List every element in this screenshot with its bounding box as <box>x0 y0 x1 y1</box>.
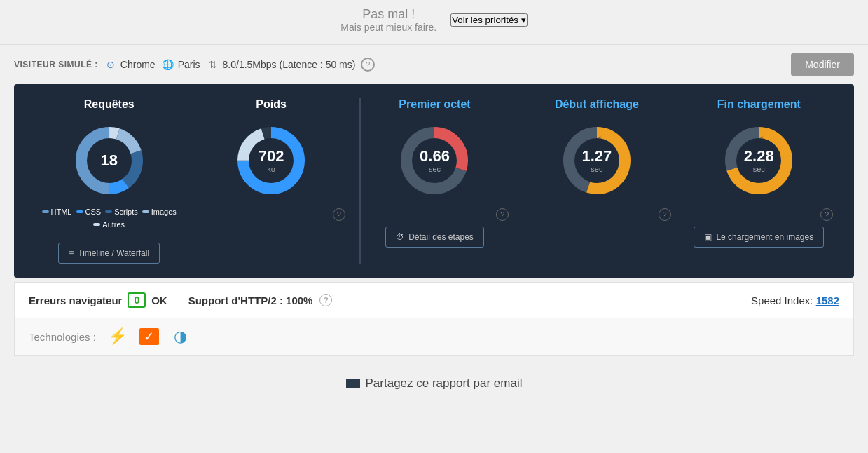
browser-name: Chrome <box>120 59 156 70</box>
visitor-bar: VISITEUR SIMULÉ : ⊙ Chrome 🌐 Paris ⇅ 8.0… <box>0 44 868 84</box>
poids-value: 702 <box>259 148 284 165</box>
main-panel: Requêtes 18 <box>14 84 854 278</box>
error-section: Erreurs navigateur 0 OK <box>29 292 167 308</box>
legend-images-label: Images <box>151 208 177 216</box>
legend-images: Images <box>142 208 177 216</box>
fin-chargement-help-icon[interactable]: ? <box>820 208 833 221</box>
debut-affichage-help-icon[interactable]: ? <box>659 208 671 221</box>
timeline-waterfall-button[interactable]: ≡ Timeline / Waterfall <box>58 243 160 264</box>
speed-icon: ⇅ <box>206 58 220 72</box>
poids-help-icon[interactable]: ? <box>333 208 345 221</box>
globe-icon: 🌐 <box>161 58 175 72</box>
poids-value-label: 702 ko <box>259 148 284 173</box>
legend-css-label: CSS <box>85 208 102 216</box>
fin-chargement-value: 2.28 <box>744 148 774 165</box>
location-item: 🌐 Paris <box>161 58 200 72</box>
browser-item: ⊙ Chrome <box>104 58 156 72</box>
legend-scripts: Scripts <box>105 208 138 216</box>
pas-mal-text: Pas mal ! <box>340 7 436 22</box>
requetes-value-label: 18 <box>100 152 117 169</box>
fin-chargement-block: Fin chargement 2.28 sec ? ▣ Le <box>678 98 840 248</box>
debut-affichage-unit: sec <box>581 165 612 173</box>
http2-help-icon[interactable]: ? <box>319 294 332 306</box>
requetes-title: Requêtes <box>35 98 183 111</box>
metrics-grid: Requêtes 18 <box>28 98 840 264</box>
premier-octet-value: 0.66 <box>420 148 450 165</box>
error-count-badge: 0 <box>128 292 146 308</box>
fin-chargement-donut: 2.28 sec <box>720 122 797 199</box>
tech-icon-3: ◑ <box>170 328 191 345</box>
requetes-donut: 18 <box>71 122 148 199</box>
location-name: Paris <box>178 59 200 70</box>
browser-icon: ⊙ <box>104 58 118 72</box>
modifier-button[interactable]: Modifier <box>791 53 854 76</box>
visitor-info: ⊙ Chrome 🌐 Paris ⇅ 8.0/1.5Mbps (Latence … <box>104 58 785 72</box>
top-section: Pas mal ! Mais peut mieux faire. Voir le… <box>0 0 868 44</box>
debut-affichage-block: Début affichage 1.27 sec ? <box>516 98 677 221</box>
email-text: Partagez ce rapport par email <box>366 377 523 391</box>
legend-scripts-dot <box>105 210 112 213</box>
legend-autres: Autres <box>93 220 125 229</box>
voir-priorites-label: Voir les priorités <box>452 15 518 25</box>
legend-css: CSS <box>76 208 102 216</box>
timeline-icon: ≡ <box>69 248 74 258</box>
speed-help-icon[interactable]: ? <box>361 58 375 72</box>
requetes-block: Requêtes 18 <box>28 98 190 264</box>
premier-octet-unit: sec <box>420 165 450 173</box>
fin-chargement-title: Fin chargement <box>685 98 833 111</box>
erreurs-label: Erreurs navigateur <box>29 295 122 306</box>
legend-scripts-label: Scripts <box>114 208 138 216</box>
speed-index-label: Speed Index: <box>751 295 813 306</box>
tech-icon-2: ✓ <box>139 328 159 345</box>
voir-priorites-button[interactable]: Voir les priorités ▾ <box>450 13 528 27</box>
email-section: Partagez ce rapport par email <box>0 356 868 398</box>
detail-etapes-button[interactable]: ⏱ Détail des étapes <box>385 226 484 248</box>
chargement-images-label: Le chargement en images <box>716 232 813 242</box>
top-text: Pas mal ! Mais peut mieux faire. <box>340 7 436 33</box>
legend-autres-dot <box>93 223 100 226</box>
visitor-label: VISITEUR SIMULÉ : <box>14 60 98 69</box>
clock-icon: ⏱ <box>396 232 404 242</box>
legend-css-dot <box>76 210 83 213</box>
tech-icon-1: ⚡ <box>107 328 128 345</box>
poids-title: Poids <box>197 98 345 111</box>
http2-label: Support d'HTTP/2 : 100% <box>188 295 313 306</box>
fin-chargement-unit: sec <box>744 165 774 173</box>
tech-label: Technologies : <box>29 331 96 343</box>
premier-octet-title: Premier octet <box>361 98 509 111</box>
email-icon <box>346 379 360 388</box>
requetes-value: 18 <box>100 152 117 169</box>
poids-block: Poids 702 ko ? <box>190 98 352 256</box>
premier-octet-value-label: 0.66 sec <box>420 148 450 173</box>
debut-affichage-value-label: 1.27 sec <box>581 148 612 173</box>
speed-item: ⇅ 8.0/1.5Mbps (Latence : 50 ms) <box>206 58 356 72</box>
mais-text: Mais peut mieux faire. <box>340 22 436 33</box>
legend-autres-label: Autres <box>102 220 125 229</box>
speed-value: 8.0/1.5Mbps (Latence : 50 ms) <box>223 59 356 70</box>
detail-etapes-label: Détail des étapes <box>408 232 474 242</box>
debut-affichage-title: Début affichage <box>523 98 670 111</box>
poids-unit: ko <box>259 165 284 173</box>
chevron-down-icon: ▾ <box>521 15 526 25</box>
debut-affichage-donut: 1.27 sec <box>558 122 635 199</box>
legend-images-dot <box>142 210 149 213</box>
legend-html-dot <box>42 210 49 213</box>
info-bar: Erreurs navigateur 0 OK Support d'HTTP/2… <box>14 282 854 318</box>
chargement-images-button[interactable]: ▣ Le chargement en images <box>694 226 824 248</box>
erreurs-ok: OK <box>151 295 167 306</box>
http2-section: Support d'HTTP/2 : 100% ? <box>188 294 333 306</box>
premier-octet-donut: 0.66 sec <box>396 122 473 199</box>
premier-octet-help-icon[interactable]: ? <box>496 208 509 221</box>
fin-chargement-value-label: 2.28 sec <box>744 148 774 173</box>
debut-affichage-value: 1.27 <box>581 148 612 165</box>
speed-section: Speed Index: 1582 <box>751 295 839 306</box>
legend-html: HTML <box>42 208 72 216</box>
premier-octet-block: Premier octet 0.66 sec ? ⏱ Dét <box>354 98 516 248</box>
tech-bar: Technologies : ⚡ ✓ ◑ <box>14 318 854 356</box>
requetes-legend: HTML CSS Scripts Images Autres <box>35 208 183 229</box>
image-icon: ▣ <box>704 232 712 242</box>
poids-donut: 702 ko <box>233 122 310 199</box>
speed-index-value[interactable]: 1582 <box>816 295 839 306</box>
legend-html-label: HTML <box>51 208 72 216</box>
timeline-label: Timeline / Waterfall <box>78 248 149 258</box>
